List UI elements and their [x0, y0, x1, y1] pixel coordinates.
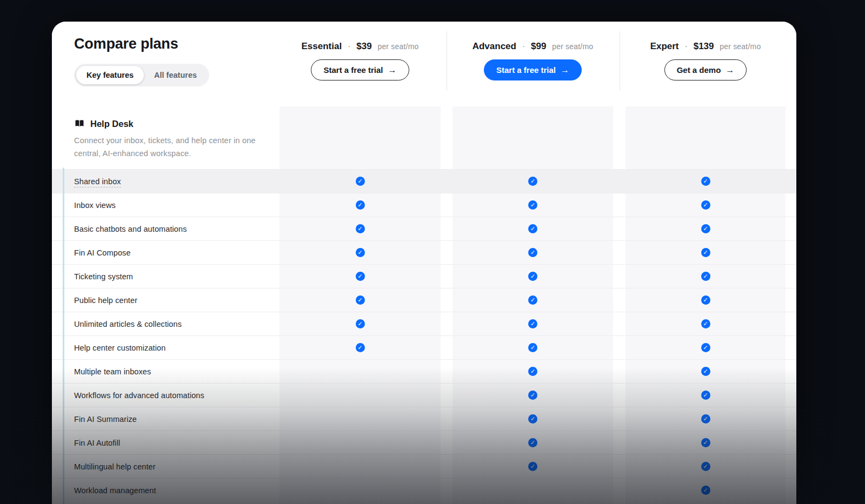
toggle-tab-key-features[interactable]: Key features: [76, 66, 144, 84]
feature-row: Workflows for advanced automations ✓✓: [52, 383, 796, 407]
availability-cell: ✓: [453, 200, 613, 210]
availability-cell: ✓: [280, 295, 441, 305]
check-icon: ✓: [528, 295, 537, 305]
plan-separator: ·: [684, 41, 688, 51]
get-a-demo-button-expert[interactable]: Get a demo →: [664, 59, 747, 80]
feature-row: Fin AI Compose ✓✓✓: [52, 240, 796, 264]
availability-cell: ✓: [626, 295, 786, 305]
feature-label[interactable]: Shared inbox: [74, 177, 121, 187]
check-icon: ✓: [528, 391, 537, 400]
feature-label: Inbox views: [74, 201, 116, 210]
check-icon: ✓: [701, 343, 710, 352]
check-icon: ✓: [701, 224, 710, 233]
page-background: Compare plans Key featuresAll features E…: [0, 0, 865, 504]
compare-plans-card: Compare plans Key featuresAll features E…: [52, 22, 796, 504]
check-icon: ✓: [528, 367, 537, 376]
availability-cell: ✓: [626, 367, 786, 376]
section-description: Connect your inbox, tickets, and help ce…: [74, 135, 280, 160]
plan-separator: ·: [522, 41, 525, 51]
plan-separator: ·: [348, 41, 351, 51]
availability-cell: ✓: [453, 224, 613, 233]
toggle-tab-all-features[interactable]: All features: [144, 66, 207, 84]
start-a-free-trial-button-essential[interactable]: Start a free trial →: [311, 59, 409, 80]
availability-cell: ✓: [453, 319, 613, 328]
check-icon: ✓: [701, 414, 710, 424]
check-icon: ✓: [528, 343, 537, 352]
feature-label: Multilingual help center: [74, 462, 156, 471]
availability-cell: ✓: [626, 200, 786, 210]
availability-cell: ✓: [626, 438, 786, 447]
check-icon: ✓: [701, 200, 710, 210]
availability-cell: ✓: [626, 486, 786, 495]
features-toggle: Key featuresAll features: [74, 64, 209, 86]
check-icon: ✓: [356, 248, 365, 257]
section-title: Help Desk: [90, 119, 134, 129]
feature-label: Multiple team inboxes: [74, 367, 151, 376]
availability-cell: ✓: [280, 248, 441, 257]
help-desk-book-icon: [74, 118, 85, 129]
start-a-free-trial-button-advanced[interactable]: Start a free trial →: [484, 59, 582, 80]
check-icon: ✓: [701, 486, 710, 495]
plan-period: per seat/mo: [720, 42, 761, 51]
check-icon: ✓: [701, 248, 710, 257]
feature-label: Public help center: [74, 296, 137, 305]
plan-header-expert: Expert · $139 per seat/mo Get a demo →: [626, 41, 786, 80]
availability-cell: ✓: [453, 367, 613, 376]
arrow-right-icon: →: [388, 66, 397, 75]
feature-rows: Shared inbox ✓✓✓ Inbox views ✓✓✓ Basic c…: [52, 169, 796, 502]
check-icon: ✓: [701, 462, 710, 471]
availability-cell: ✓: [453, 414, 613, 424]
availability-cell: ✓: [626, 462, 786, 471]
plan-cta-label: Get a demo: [677, 65, 721, 75]
feature-row: Public help center ✓✓✓: [52, 288, 796, 312]
check-icon: ✓: [701, 272, 710, 281]
check-icon: ✓: [528, 438, 537, 447]
plan-header-essential: Essential · $39 per seat/mo Start a free…: [280, 41, 441, 80]
feature-row: Help center customization ✓✓✓: [52, 335, 796, 359]
column-divider: [447, 31, 447, 91]
check-icon: ✓: [528, 319, 537, 328]
availability-cell: ✓: [280, 200, 441, 210]
feature-row: Workload management ✓: [52, 478, 796, 502]
check-icon: ✓: [701, 367, 710, 376]
availability-cell: ✓: [626, 224, 786, 233]
page-title: Compare plans: [74, 36, 178, 52]
feature-label: Basic chatbots and automations: [74, 225, 187, 233]
availability-cell: ✓: [453, 343, 613, 352]
section-help-desk: Help Desk Connect your inbox, tickets, a…: [52, 106, 796, 169]
feature-row: Unlimited articles & collections ✓✓✓: [52, 312, 796, 335]
check-icon: ✓: [356, 343, 365, 352]
check-icon: ✓: [356, 295, 365, 305]
availability-cell: ✓: [453, 248, 613, 257]
availability-cell: ✓: [453, 438, 613, 447]
feature-label: Fin AI Summarize: [74, 415, 137, 424]
availability-cell: ✓: [280, 224, 441, 233]
availability-cell: ✓: [626, 319, 786, 328]
availability-cell: ✓: [626, 414, 786, 424]
plan-name: Advanced: [473, 41, 516, 51]
availability-cell: ✓: [626, 391, 786, 400]
feature-label: Help center customization: [74, 344, 165, 352]
card-header: Compare plans Key featuresAll features E…: [52, 22, 796, 106]
feature-label: Fin AI Autofill: [74, 439, 120, 447]
plan-price: $139: [694, 41, 714, 51]
availability-cell: ✓: [280, 319, 441, 328]
feature-label: Fin AI Compose: [74, 248, 131, 257]
check-icon: ✓: [701, 319, 710, 328]
check-icon: ✓: [528, 248, 537, 257]
check-icon: ✓: [356, 224, 365, 233]
feature-row: Shared inbox ✓✓✓: [52, 169, 796, 193]
check-icon: ✓: [701, 177, 710, 186]
check-icon: ✓: [701, 295, 710, 305]
check-icon: ✓: [528, 200, 537, 210]
plan-cta-label: Start a free trial: [323, 65, 383, 75]
check-icon: ✓: [528, 177, 537, 186]
availability-cell: ✓: [626, 343, 786, 352]
check-icon: ✓: [701, 391, 710, 400]
feature-row: Fin AI Summarize ✓✓: [52, 407, 796, 431]
availability-cell: ✓: [453, 272, 613, 281]
availability-cell: ✓: [453, 391, 613, 400]
plan-name: Essential: [301, 41, 342, 51]
availability-cell: ✓: [453, 462, 613, 471]
plan-price: $99: [531, 41, 546, 51]
